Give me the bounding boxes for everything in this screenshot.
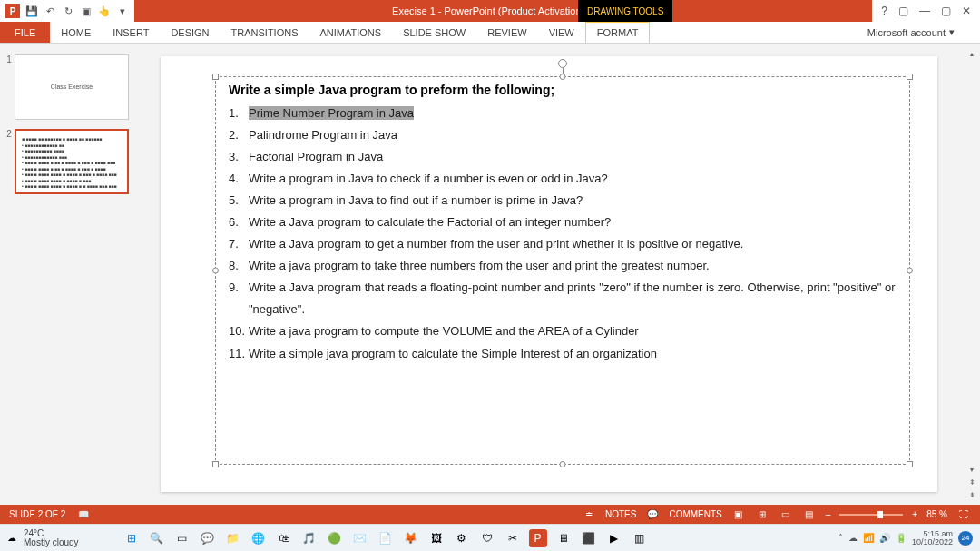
comments-button[interactable]: COMMENTS: [669, 509, 721, 519]
zoom-out[interactable]: –: [826, 509, 831, 519]
tab-animations[interactable]: ANIMATIONS: [309, 22, 393, 43]
thumbnail-pane[interactable]: 1 Class Exercise 2 ■ ■■■■ ■■ ■■■■■■ ■ ■■…: [0, 44, 134, 505]
slideshow-icon[interactable]: ▣: [80, 5, 93, 17]
tab-view[interactable]: VIEW: [538, 22, 585, 43]
undo-icon[interactable]: ↶: [44, 5, 56, 17]
next-slide-icon[interactable]: ⇟: [965, 488, 978, 501]
app-icon[interactable]: ▥: [631, 529, 649, 547]
wifi-icon[interactable]: 📶: [863, 533, 874, 543]
settings-icon[interactable]: ⚙: [453, 529, 471, 547]
spellcheck-icon[interactable]: 📖: [78, 509, 89, 519]
rotate-handle-icon[interactable]: [558, 59, 567, 68]
list-item[interactable]: Write a program in Java to find out if a…: [229, 190, 897, 212]
edge-icon[interactable]: 🌐: [250, 529, 268, 547]
notification-badge[interactable]: 24: [958, 531, 973, 546]
slideshow-view-icon[interactable]: ▤: [802, 509, 817, 520]
tab-home[interactable]: HOME: [50, 22, 102, 43]
slide-list[interactable]: Prime Number Program in Java Palindrome …: [229, 103, 897, 365]
help-icon[interactable]: ?: [881, 5, 887, 17]
list-item[interactable]: Write a Java program to calculate the Fa…: [229, 212, 897, 233]
brave-icon[interactable]: 🛡: [478, 529, 496, 547]
tab-design[interactable]: DESIGN: [160, 22, 220, 43]
vertical-scrollbar[interactable]: ▴ ▾ ⇞ ⇟: [964, 44, 980, 505]
tray-chevron-icon[interactable]: ˄: [838, 533, 843, 543]
tiktok-icon[interactable]: 🎵: [300, 529, 318, 547]
highlighted-text[interactable]: Prime Number Program in Java: [249, 106, 414, 120]
resize-handle[interactable]: [560, 461, 566, 467]
list-item[interactable]: Write a simple java program to calculate…: [229, 343, 897, 365]
photos-icon[interactable]: 🖼: [427, 529, 446, 547]
windows-taskbar[interactable]: ☁ 24°C Mostly cloudy ⊞ 🔍 ▭ 💬 📁 🌐 🛍 🎵 🟢 ✉…: [0, 524, 980, 551]
sorter-view-icon[interactable]: ⊞: [755, 509, 769, 520]
powerpoint-task-icon[interactable]: P: [529, 529, 547, 547]
chrome-icon[interactable]: 🟢: [326, 529, 344, 547]
app-icon[interactable]: ⬛: [580, 529, 598, 547]
slide-canvas-area[interactable]: Write a simple Java program to preform t…: [134, 44, 964, 505]
thumbnail-row[interactable]: 1 Class Exercise: [0, 53, 134, 127]
scroll-up-icon[interactable]: ▴: [965, 47, 978, 60]
qat-customize-icon[interactable]: ▾: [116, 5, 129, 17]
slide-heading[interactable]: Write a simple Java program to preform t…: [229, 83, 897, 97]
clock[interactable]: 5:15 am 10/10/2022: [912, 530, 953, 546]
tab-transitions[interactable]: TRANSITIONS: [220, 22, 309, 43]
office-icon[interactable]: 📄: [377, 529, 395, 547]
list-item[interactable]: Write a Java program to get a number fro…: [229, 233, 897, 255]
zoom-slider[interactable]: [839, 514, 903, 516]
task-view-icon[interactable]: ▭: [173, 529, 191, 547]
slide-counter[interactable]: SLIDE 2 OF 2: [9, 509, 65, 519]
store-icon[interactable]: 🛍: [275, 529, 293, 547]
snip-icon[interactable]: ✂: [504, 529, 522, 547]
list-item[interactable]: Write a java program to take three numbe…: [229, 255, 897, 277]
list-item[interactable]: Write a program in Java to check if a nu…: [229, 168, 897, 190]
reading-view-icon[interactable]: ▭: [779, 509, 793, 520]
chat-icon[interactable]: 💬: [199, 529, 217, 547]
onedrive-icon[interactable]: ☁: [848, 533, 858, 543]
ribbon-options-icon[interactable]: ▢: [898, 5, 908, 17]
firefox-icon[interactable]: 🦊: [402, 529, 420, 547]
resize-handle[interactable]: [906, 74, 913, 80]
tab-review[interactable]: REVIEW: [476, 22, 537, 43]
resize-handle[interactable]: [906, 268, 913, 274]
battery-icon[interactable]: 🔋: [896, 533, 906, 543]
resize-handle[interactable]: [560, 74, 566, 80]
redo-icon[interactable]: ↻: [62, 5, 74, 17]
save-icon[interactable]: 💾: [25, 5, 38, 17]
comments-icon[interactable]: 💬: [645, 509, 660, 520]
prev-slide-icon[interactable]: ⇞: [965, 476, 978, 488]
zoom-in[interactable]: +: [912, 509, 917, 519]
mail-icon[interactable]: ✉️: [351, 529, 369, 547]
resize-handle[interactable]: [212, 74, 219, 80]
list-item[interactable]: Factorial Program in Java: [229, 146, 897, 168]
tab-format[interactable]: FORMAT: [585, 22, 651, 43]
tab-insert[interactable]: INSERT: [102, 22, 160, 43]
maximize-icon[interactable]: ▢: [941, 5, 951, 17]
list-item[interactable]: Palindrome Program in Java: [229, 124, 897, 146]
account-label[interactable]: Microsoft account ▾: [867, 22, 980, 43]
search-icon[interactable]: 🔍: [148, 529, 166, 547]
list-item[interactable]: Write a java program to compute the VOLU…: [229, 320, 897, 342]
resize-handle[interactable]: [212, 268, 219, 274]
thumbnail-slide-2[interactable]: ■ ■■■■ ■■ ■■■■■■ ■ ■■■■ ■■ ■■■■■■ • ■■■■…: [15, 129, 129, 194]
terminal-icon[interactable]: ▶: [605, 529, 623, 547]
volume-icon[interactable]: 🔊: [879, 533, 890, 543]
touch-mode-icon[interactable]: 👆: [98, 5, 111, 17]
weather-widget[interactable]: 24°C Mostly cloudy: [24, 529, 79, 547]
notes-button[interactable]: NOTES: [605, 509, 636, 519]
list-item[interactable]: Write a Java program that reads a floati…: [229, 277, 897, 320]
close-icon[interactable]: ✕: [962, 5, 971, 17]
thumbnail-row[interactable]: 2 ■ ■■■■ ■■ ■■■■■■ ■ ■■■■ ■■ ■■■■■■ • ■■…: [0, 127, 134, 202]
slide[interactable]: Write a simple Java program to preform t…: [161, 56, 937, 492]
minimize-icon[interactable]: —: [919, 5, 930, 17]
start-icon[interactable]: ⊞: [122, 529, 141, 547]
resize-handle[interactable]: [906, 461, 913, 467]
file-explorer-icon[interactable]: 📁: [224, 529, 242, 547]
tab-slideshow[interactable]: SLIDE SHOW: [392, 22, 476, 43]
normal-view-icon[interactable]: ▣: [731, 509, 746, 520]
resize-handle[interactable]: [212, 461, 219, 467]
content-textbox[interactable]: Write a simple Java program to preform t…: [215, 76, 910, 465]
list-item[interactable]: Prime Number Program in Java: [229, 103, 897, 124]
scroll-down-icon[interactable]: ▾: [965, 463, 978, 476]
notes-icon[interactable]: ≐: [582, 509, 596, 520]
thumbnail-slide-1[interactable]: Class Exercise: [15, 54, 129, 120]
zoom-level[interactable]: 85 %: [926, 509, 947, 519]
